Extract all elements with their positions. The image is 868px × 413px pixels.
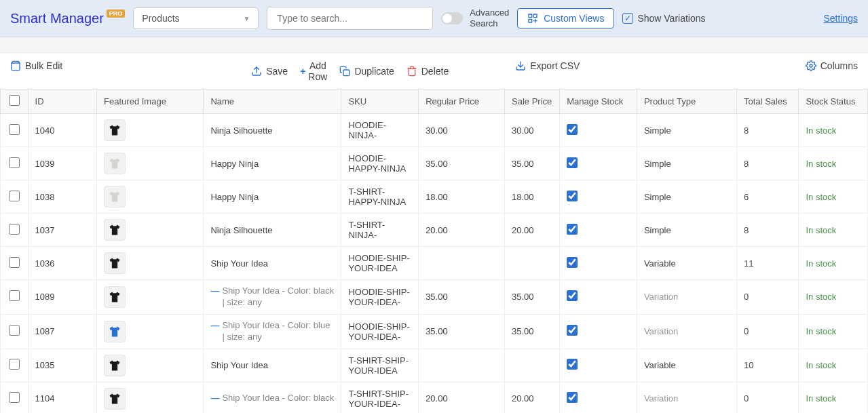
- cell-name[interactable]: Happy Ninja: [204, 180, 341, 214]
- row-checkbox[interactable]: [9, 257, 20, 268]
- cell-sale-price[interactable]: [505, 349, 560, 382]
- col-header-id[interactable]: ID: [28, 90, 97, 114]
- table-row[interactable]: 1035 Ship Your Idea T-SHIRT-SHIP-YOUR-ID…: [1, 349, 868, 382]
- cell-product-type[interactable]: Variation: [637, 280, 736, 315]
- cell-total-sales[interactable]: 8: [737, 114, 799, 147]
- cell-manage-stock[interactable]: [560, 147, 637, 180]
- row-checkbox[interactable]: [9, 191, 20, 201]
- cell-image[interactable]: [97, 314, 204, 349]
- col-header-total-sales[interactable]: Total Sales: [737, 90, 799, 114]
- select-all-checkbox[interactable]: [9, 95, 20, 106]
- cell-product-type[interactable]: Simple: [637, 114, 736, 147]
- cell-sku[interactable]: HOODIE-NINJA-: [341, 114, 419, 147]
- cell-total-sales[interactable]: 6: [737, 180, 799, 214]
- cell-id[interactable]: 1036: [28, 247, 97, 280]
- row-select-cell[interactable]: [1, 247, 29, 280]
- cell-sale-price[interactable]: 35.00: [505, 280, 560, 315]
- cell-id[interactable]: 1089: [28, 280, 97, 315]
- cell-sku[interactable]: T-SHIRT-SHIP-YOUR-IDEA-: [341, 382, 419, 413]
- row-checkbox[interactable]: [9, 157, 20, 168]
- cell-name[interactable]: —Ship Your Idea - Color: black | size: a…: [204, 280, 341, 315]
- cell-regular-price[interactable]: [419, 349, 505, 382]
- col-header-name[interactable]: Name: [204, 90, 341, 114]
- search-input[interactable]: [267, 7, 433, 30]
- advanced-search-toggle[interactable]: AdvancedSearch: [441, 7, 509, 28]
- cell-manage-stock[interactable]: [560, 280, 637, 315]
- cell-id[interactable]: 1087: [28, 314, 97, 349]
- cell-product-type[interactable]: Simple: [637, 147, 736, 180]
- cell-sale-price[interactable]: 20.00: [505, 382, 560, 413]
- cell-stock-status[interactable]: In stock: [799, 349, 868, 382]
- manage-stock-checkbox[interactable]: [567, 157, 578, 168]
- bulk-edit-button[interactable]: Bulk Edit: [10, 60, 62, 71]
- cell-product-type[interactable]: Variable: [637, 247, 736, 280]
- columns-button[interactable]: Columns: [806, 60, 858, 71]
- cell-manage-stock[interactable]: [560, 180, 637, 214]
- cell-sale-price[interactable]: 18.00: [505, 180, 560, 214]
- cell-total-sales[interactable]: 0: [737, 280, 799, 315]
- col-header-regular-price[interactable]: Regular Price: [419, 90, 505, 114]
- cell-id[interactable]: 1038: [28, 180, 97, 214]
- cell-image[interactable]: [97, 214, 204, 247]
- cell-sku[interactable]: T-SHIRT-NINJA-: [341, 214, 419, 247]
- cell-id[interactable]: 1040: [28, 114, 97, 147]
- cell-id[interactable]: 1104: [28, 382, 97, 413]
- cell-name[interactable]: Happy Ninja: [204, 147, 341, 180]
- cell-sku[interactable]: T-SHIRT-HAPPY-NINJA: [341, 180, 419, 214]
- table-row[interactable]: 1040 Ninja Silhouette HOODIE-NINJA- 30.0…: [1, 114, 868, 147]
- add-row-button[interactable]: +AddRow: [300, 60, 327, 82]
- manage-stock-checkbox[interactable]: [567, 290, 578, 301]
- custom-views-button[interactable]: Custom Views: [517, 8, 614, 28]
- col-header-sku[interactable]: SKU: [341, 90, 419, 114]
- cell-product-type[interactable]: Simple: [637, 214, 736, 247]
- manage-stock-checkbox[interactable]: [567, 191, 578, 201]
- table-row[interactable]: 1104 —Ship Your Idea - Color: black T-SH…: [1, 382, 868, 413]
- row-checkbox[interactable]: [9, 290, 20, 301]
- row-checkbox[interactable]: [9, 392, 20, 403]
- save-button[interactable]: Save: [251, 60, 288, 82]
- cell-total-sales[interactable]: 11: [737, 247, 799, 280]
- entity-dropdown[interactable]: Products ▼: [133, 7, 259, 29]
- table-row[interactable]: 1089 —Ship Your Idea - Color: black | si…: [1, 280, 868, 315]
- cell-sale-price[interactable]: 30.00: [505, 114, 560, 147]
- manage-stock-checkbox[interactable]: [567, 257, 578, 268]
- row-checkbox[interactable]: [9, 224, 20, 235]
- cell-total-sales[interactable]: 10: [737, 349, 799, 382]
- cell-name[interactable]: Ship Your Idea: [204, 349, 341, 382]
- cell-sale-price[interactable]: 20.00: [505, 214, 560, 247]
- cell-manage-stock[interactable]: [560, 114, 637, 147]
- row-select-cell[interactable]: [1, 147, 29, 180]
- row-checkbox[interactable]: [9, 325, 20, 336]
- cell-image[interactable]: [97, 180, 204, 214]
- row-select-cell[interactable]: [1, 382, 29, 413]
- cell-product-type[interactable]: Simple: [637, 180, 736, 214]
- table-row[interactable]: 1037 Ninja Silhouette T-SHIRT-NINJA- 20.…: [1, 214, 868, 247]
- cell-image[interactable]: [97, 382, 204, 413]
- cell-sku[interactable]: T-SHIRT-SHIP-YOUR-IDEA: [341, 349, 419, 382]
- table-row[interactable]: 1087 —Ship Your Idea - Color: blue | siz…: [1, 314, 868, 349]
- table-row[interactable]: 1038 Happy Ninja T-SHIRT-HAPPY-NINJA 18.…: [1, 180, 868, 214]
- cell-manage-stock[interactable]: [560, 214, 637, 247]
- cell-total-sales[interactable]: 8: [737, 214, 799, 247]
- col-header-manage-stock[interactable]: Manage Stock: [560, 90, 637, 114]
- cell-stock-status[interactable]: In stock: [799, 280, 868, 315]
- cell-name[interactable]: —Ship Your Idea - Color: blue | size: an…: [204, 314, 341, 349]
- cell-product-type[interactable]: Variation: [637, 382, 736, 413]
- col-header-sale-price[interactable]: Sale Price: [505, 90, 560, 114]
- cell-regular-price[interactable]: 18.00: [419, 180, 505, 214]
- manage-stock-checkbox[interactable]: [567, 325, 578, 336]
- cell-name[interactable]: —Ship Your Idea - Color: black: [204, 382, 341, 413]
- cell-stock-status[interactable]: In stock: [799, 114, 868, 147]
- export-csv-button[interactable]: Export CSV: [515, 60, 580, 71]
- manage-stock-checkbox[interactable]: [567, 392, 578, 403]
- cell-regular-price[interactable]: 35.00: [419, 147, 505, 180]
- table-row[interactable]: 1039 Happy Ninja HOODIE-HAPPY-NINJA 35.0…: [1, 147, 868, 180]
- cell-name[interactable]: Ninja Silhouette: [204, 214, 341, 247]
- manage-stock-checkbox[interactable]: [567, 124, 578, 135]
- duplicate-button[interactable]: Duplicate: [339, 60, 394, 82]
- cell-id[interactable]: 1039: [28, 147, 97, 180]
- cell-manage-stock[interactable]: [560, 382, 637, 413]
- cell-image[interactable]: [97, 114, 204, 147]
- col-header-stock-status[interactable]: Stock Status: [799, 90, 868, 114]
- row-select-cell[interactable]: [1, 280, 29, 315]
